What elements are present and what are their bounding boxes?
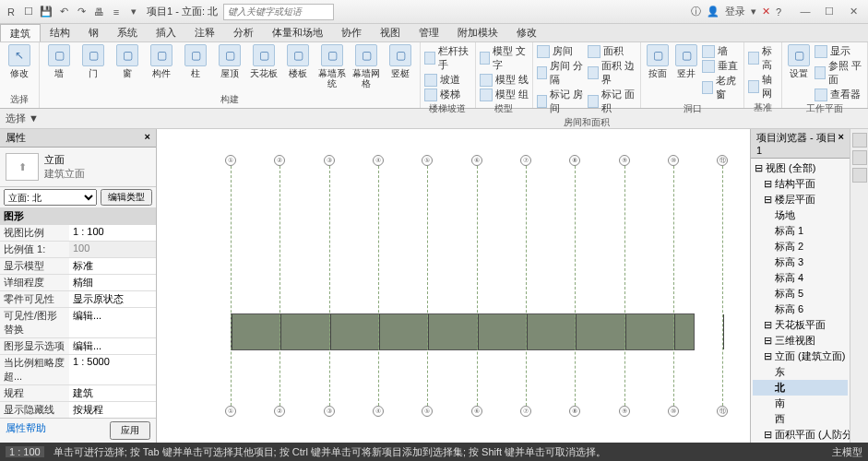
item-参照平面[interactable]: 参照 平面	[814, 59, 863, 87]
btn-窗[interactable]: ▢窗	[112, 44, 143, 78]
btn-屋顶[interactable]: ▢屋顶	[214, 44, 245, 78]
item-老虎窗[interactable]: 老虎窗	[702, 74, 740, 101]
tab-系统[interactable]: 系统	[108, 24, 147, 41]
btn-墙[interactable]: ▢墙	[43, 44, 75, 78]
navwheel-icon[interactable]	[852, 133, 867, 148]
tree-node[interactable]: 标高 1	[753, 223, 848, 239]
btn-柱[interactable]: ▢柱	[180, 44, 211, 78]
model-mode[interactable]: 主模型	[832, 445, 862, 459]
btn-门[interactable]: ▢门	[77, 44, 109, 78]
measure-icon[interactable]: ≡	[109, 5, 124, 19]
tab-钢[interactable]: 钢	[79, 24, 108, 41]
prop-row[interactable]: 显示隐藏线按规程	[0, 402, 156, 418]
tree-node[interactable]: ⊟ 结构平面	[753, 176, 848, 192]
tab-附加模块[interactable]: 附加模块	[448, 24, 507, 41]
item-标记房间[interactable]: 标记 房间	[537, 88, 586, 115]
item-栏杆扶手[interactable]: 栏杆扶手	[424, 44, 471, 72]
help-icon[interactable]: ?	[776, 6, 781, 18]
tab-结构[interactable]: 结构	[41, 24, 79, 41]
property-help-link[interactable]: 属性帮助	[6, 421, 46, 440]
tree-node[interactable]: 东	[753, 364, 848, 380]
tab-分析[interactable]: 分析	[224, 24, 263, 41]
item-坡道[interactable]: 坡道	[424, 73, 471, 87]
btn-按面[interactable]: ▢按面	[645, 44, 671, 78]
tab-视图[interactable]: 视图	[371, 24, 410, 41]
btn-竖梃[interactable]: ▢竖梃	[385, 44, 416, 78]
item-模型线[interactable]: 模型 线	[480, 73, 529, 87]
btn-幕墙网格[interactable]: ▢幕墙网格	[351, 44, 382, 89]
item-面积边界[interactable]: 面积 边界	[588, 59, 636, 87]
cube-icon[interactable]	[852, 168, 867, 183]
item-显示[interactable]: 显示	[814, 44, 863, 58]
select-dropdown[interactable]: 选择 ▼	[6, 112, 39, 125]
tree-node[interactable]: ⊟ 面积平面 (人防分	[753, 427, 848, 443]
prop-row[interactable]: 当比例粗略度超...1 : 5000	[0, 355, 156, 385]
item-房间分隔[interactable]: 房间 分隔	[537, 59, 586, 87]
undo-icon[interactable]: ↶	[56, 5, 71, 19]
tree-node[interactable]: ⊟ 立面 (建筑立面)	[753, 349, 848, 364]
type-selector[interactable]: ⬆ 立面 建筑立面	[0, 148, 156, 187]
tree-node[interactable]: 场地	[753, 207, 848, 223]
prop-row[interactable]: 图形显示选项编辑...	[0, 338, 156, 355]
tree-node[interactable]: 北	[753, 380, 848, 396]
close-icon[interactable]: ✕	[842, 6, 864, 18]
tree-node[interactable]: 西	[753, 411, 848, 427]
tree-node[interactable]: 标高 6	[753, 301, 848, 317]
apply-button[interactable]: 应用	[110, 421, 150, 440]
prop-row[interactable]: 可见性/图形替换编辑...	[0, 308, 156, 338]
btn-楼板[interactable]: ▢楼板	[282, 44, 314, 78]
user-icon[interactable]: 👤	[707, 6, 719, 18]
instance-select[interactable]: 立面: 北	[4, 189, 97, 206]
item-面积[interactable]: 面积	[588, 44, 636, 58]
item-房间[interactable]: 房间	[537, 44, 586, 58]
prop-row[interactable]: 详细程度精细	[0, 275, 156, 291]
item-模型文字[interactable]: 模型 文字	[480, 44, 529, 72]
edit-type-button[interactable]: 编辑类型	[101, 189, 152, 206]
prop-row[interactable]: 规程建筑	[0, 385, 156, 402]
tab-修改[interactable]: 修改	[507, 24, 546, 41]
home-icon[interactable]	[852, 150, 867, 165]
tab-管理[interactable]: 管理	[410, 24, 448, 41]
prop-cat[interactable]: 图形	[0, 207, 156, 225]
tab-建筑[interactable]: 建筑	[0, 24, 41, 41]
tab-插入[interactable]: 插入	[147, 24, 185, 41]
browser-close-icon[interactable]: ×	[838, 131, 844, 156]
btn-天花板[interactable]: ▢天花板	[248, 44, 279, 78]
close-x-icon[interactable]: ✕	[762, 6, 770, 18]
tree-node[interactable]: ⊟ 天花板平面	[753, 317, 848, 333]
tree-node[interactable]: ⊟ 三维视图	[753, 333, 848, 349]
item-查看器[interactable]: 查看器	[814, 88, 863, 101]
view-scale[interactable]: 1 : 100	[6, 446, 44, 457]
item-垂直[interactable]: 垂直	[702, 59, 740, 73]
minimize-icon[interactable]: —	[794, 6, 816, 18]
tree-node[interactable]: 标高 4	[753, 270, 848, 286]
save-icon[interactable]: 💾	[39, 5, 54, 19]
item-标高[interactable]: 标高	[748, 44, 778, 72]
tab-协作[interactable]: 协作	[332, 24, 371, 41]
btn-竖井[interactable]: ▢竖井	[673, 44, 699, 78]
item-模型组[interactable]: 模型 组	[480, 88, 529, 101]
tree-node[interactable]: ⊟ 视图 (全部)	[753, 160, 848, 176]
tree-node[interactable]: 标高 5	[753, 286, 848, 301]
redo-icon[interactable]: ↷	[74, 5, 89, 19]
login-link[interactable]: 登录	[725, 5, 745, 18]
tree-node[interactable]: ⊟ 楼层平面	[753, 192, 848, 207]
tree-node[interactable]: 南	[753, 396, 848, 411]
print-icon[interactable]: 🖶	[91, 5, 106, 19]
maximize-icon[interactable]: ☐	[818, 6, 840, 18]
item-楼梯[interactable]: 楼梯	[424, 88, 471, 101]
qat-more-icon[interactable]: ▾	[126, 5, 141, 19]
drawing-canvas[interactable]: ①①②②③③④④⑤⑤⑥⑥⑦⑦⑧⑧⑨⑨⑩⑩⑪⑪⑫⑫⑬⑬	[157, 129, 750, 443]
btn-构件[interactable]: ▢构件	[146, 44, 177, 78]
btn-幕墙系统[interactable]: ▢幕墙系统	[316, 44, 348, 89]
item-标记面积[interactable]: 标记 面积	[588, 88, 636, 115]
item-墙[interactable]: 墙	[702, 44, 740, 58]
open-icon[interactable]: ☐	[21, 5, 36, 19]
info-icon[interactable]: ⓘ	[691, 5, 701, 18]
prop-row[interactable]: 零件可见性显示原状态	[0, 291, 156, 308]
dropdown-icon[interactable]: ▾	[751, 6, 756, 18]
prop-row[interactable]: 显示模型标准	[0, 258, 156, 275]
prop-row[interactable]: 视图比例1 : 100	[0, 225, 156, 242]
item-轴网[interactable]: 轴网	[748, 73, 778, 100]
tab-体量和场地[interactable]: 体量和场地	[263, 24, 332, 41]
